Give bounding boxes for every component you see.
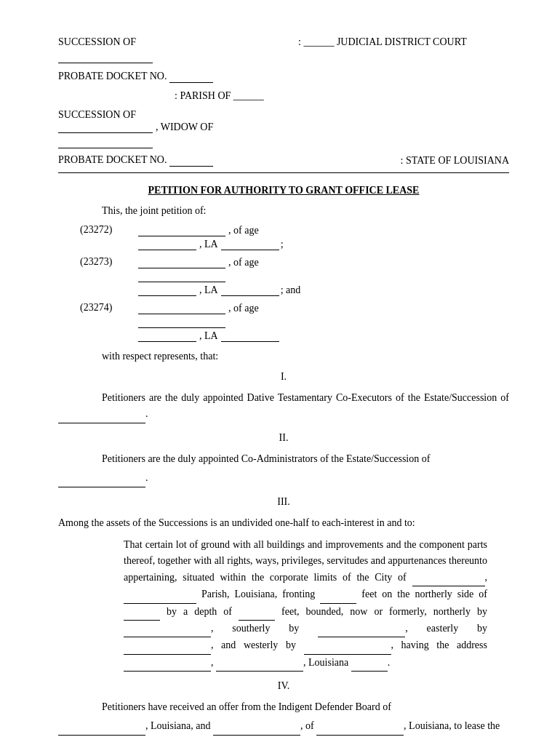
southerly-field — [318, 621, 405, 637]
state-label: : STATE OF LOUISIANA — [401, 155, 509, 167]
section-2-field — [58, 470, 145, 487]
fronting-field — [320, 586, 356, 603]
section-4-line1: Petitioners have received an offer from … — [58, 699, 509, 715]
address-field-1 — [124, 655, 211, 672]
succession-field-3 — [58, 136, 153, 148]
section-3-intro: Among the assets of the Successions is a… — [58, 515, 509, 531]
item-line-2c: , LA ; and — [138, 284, 509, 296]
item-field-2c — [138, 284, 196, 296]
parish-row: : PARISH OF ______ — [58, 90, 509, 102]
item-field-3c — [138, 330, 196, 342]
title-section: PETITION FOR AUTHORITY TO GRANT OFFICE L… — [58, 185, 509, 196]
northerly-side-text: northerly — [415, 589, 452, 599]
item-line-1b: , LA ; — [138, 238, 509, 250]
address-field-2 — [216, 655, 303, 672]
item-field-1b — [138, 238, 196, 250]
item-content-2: , of age , LA ; and — [138, 256, 509, 298]
name-field-4b — [213, 718, 300, 735]
item-number-2: (23273) — [80, 256, 138, 298]
westerly-field — [304, 637, 391, 654]
item-number-3: (23274) — [80, 302, 138, 343]
item-field-1c — [221, 238, 279, 250]
item-field-3b — [138, 316, 225, 328]
item-line-1a: , of age — [138, 224, 509, 236]
succession-of-label-2: SUCCESSION OF — [58, 109, 509, 121]
item-content-3: , of age , LA — [138, 302, 509, 343]
easterly-field — [124, 637, 211, 654]
item-la-1: , LA — [199, 239, 218, 250]
probate-docket-field-1 — [169, 71, 213, 83]
document-title: PETITION FOR AUTHORITY TO GRANT OFFICE L… — [148, 185, 420, 196]
section-3-indented: That certain lot of ground with all buil… — [124, 537, 487, 672]
section-1-text: Petitioners are the duly appointed Dativ… — [58, 390, 509, 423]
widow-row: , WIDOW OF — [58, 121, 509, 133]
section-1-field — [58, 406, 145, 423]
zip-field — [351, 655, 388, 672]
probate-docket-row-2: PROBATE DOCKET NO. — [58, 154, 213, 167]
item-field-2b — [138, 270, 225, 282]
item-field-3a — [138, 302, 225, 314]
probate-docket-field-2 — [169, 154, 213, 167]
probate-docket-label-1: PROBATE DOCKET NO. — [58, 71, 167, 81]
header-right-1: : ______ JUDICIAL DISTRICT COURT — [284, 36, 509, 63]
item-age-1: , of age — [228, 225, 259, 236]
petition-item-1: (23272) , of age , LA ; — [80, 224, 509, 252]
city-field-4a — [58, 718, 145, 735]
header-left-1: SUCCESSION OF — [58, 36, 261, 63]
item-line-3a: , of age — [138, 302, 509, 314]
item-field-2a — [138, 256, 225, 268]
parish-field — [124, 586, 196, 603]
item-age-2: , of age — [228, 257, 259, 268]
depth-field — [239, 604, 275, 621]
item-number-1: (23272) — [80, 224, 138, 252]
succession-field-1 — [58, 51, 153, 63]
petition-item-3: (23274) , of age , LA — [80, 302, 509, 343]
item-field-3d — [221, 330, 279, 342]
header-section-1: SUCCESSION OF : ______ JUDICIAL DISTRICT… — [58, 36, 509, 63]
section-numeral-4: IV. — [58, 680, 509, 692]
item-field-1a — [138, 224, 225, 236]
petition-item-2: (23273) , of age , LA ; and — [80, 256, 509, 298]
probate-docket-row-1: PROBATE DOCKET NO. — [58, 71, 509, 83]
item-line-2b — [138, 270, 509, 282]
succession-of-label: SUCCESSION OF — [58, 36, 261, 48]
city-field — [412, 570, 485, 586]
item-age-3: , of age — [228, 303, 259, 314]
section-2-text-line1: Petitioners are the duly appointed Co-Ad… — [58, 451, 509, 467]
item-line-2a: , of age — [138, 256, 509, 268]
item-line-3b — [138, 316, 509, 328]
item-la-2: , LA — [199, 284, 218, 296]
item-line-3c: , LA — [138, 330, 509, 342]
city-field-4c — [316, 718, 404, 735]
easterly-text: easterly — [427, 623, 459, 634]
section-numeral-1: I. — [58, 371, 509, 383]
probate-state-row: PROBATE DOCKET NO. : STATE OF LOUISIANA — [58, 154, 509, 167]
intro-text: This, the joint petition of: — [102, 205, 509, 217]
section-2-continuation: . — [58, 470, 509, 487]
item-field-2d — [221, 284, 279, 296]
widow-label: , WIDOW OF — [156, 121, 213, 133]
section-numeral-2: II. — [58, 432, 509, 444]
item-semi-1: ; — [281, 239, 284, 250]
succession-field-2 — [58, 121, 153, 133]
probate-docket-label-2: PROBATE DOCKET NO. — [58, 154, 167, 165]
parish-label: : PARISH OF ______ — [175, 90, 264, 101]
with-respect-text: with respect represents, that: — [102, 351, 509, 362]
section-numeral-3: III. — [58, 496, 509, 508]
petition-items: (23272) , of age , LA ; (23273) — [80, 224, 509, 343]
item-semi-2: ; and — [281, 284, 301, 296]
document-page: SUCCESSION OF : ______ JUDICIAL DISTRICT… — [58, 36, 509, 736]
judicial-label: : ______ JUDICIAL DISTRICT COURT — [298, 36, 467, 47]
item-content-1: , of age , LA ; — [138, 224, 509, 252]
divider-1 — [58, 172, 509, 173]
side-field — [124, 604, 160, 621]
section-4-line2: , Louisiana, and , of , Louisiana, to le… — [58, 718, 509, 735]
northerly-field — [124, 621, 211, 637]
item-la-3: , LA — [199, 330, 218, 342]
succession-block-2: SUCCESSION OF , WIDOW OF — [58, 109, 509, 148]
